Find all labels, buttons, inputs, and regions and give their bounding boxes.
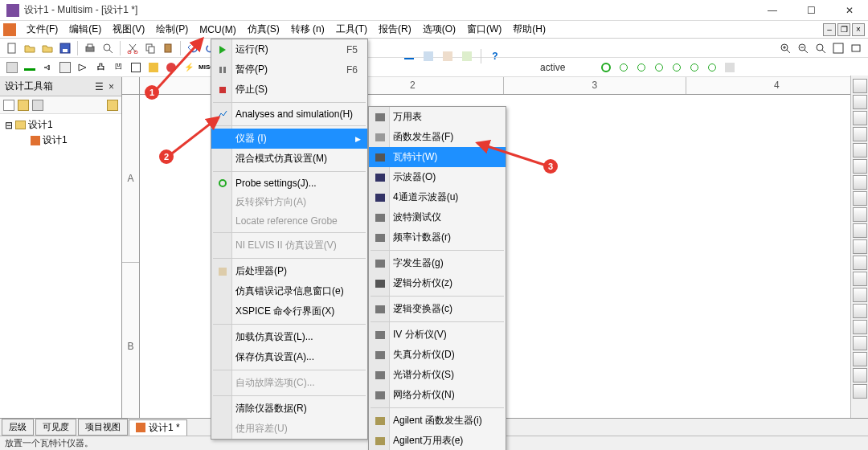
probe6[interactable] (704, 59, 720, 76)
tree-child[interactable]: 设计1 (3, 133, 118, 148)
mdi-minimize-button[interactable]: – (823, 23, 836, 36)
probe5[interactable] (686, 59, 702, 76)
minimize-button[interactable]: — (760, 5, 784, 16)
instr-bode[interactable] (853, 159, 867, 174)
comp-power[interactable]: ⚡ (181, 59, 197, 76)
misc-icon2[interactable] (440, 48, 456, 64)
menu-transfer[interactable]: 转移 (n) (285, 21, 330, 38)
zoom-full-button[interactable] (848, 40, 864, 56)
menu-mixed-mode[interactable]: 混合模式仿真设置(M) (211, 149, 367, 169)
instr-network[interactable] (853, 288, 867, 302)
instr-item-agilent-mm[interactable]: Agilent万用表(e) (369, 431, 506, 450)
save-button[interactable] (57, 40, 73, 56)
menu-stop[interactable]: 停止(S) (211, 80, 367, 100)
menu-errorlog[interactable]: 仿真错误记录信息窗口(e) (211, 281, 367, 301)
mdi-close-button[interactable]: × (852, 23, 865, 36)
instr-iv[interactable] (853, 239, 867, 254)
instr-logicconv[interactable] (853, 223, 867, 238)
probe-tool[interactable] (598, 59, 614, 76)
comp-basic[interactable] (22, 59, 38, 76)
instr-agilent-osc[interactable] (853, 336, 867, 350)
cut-button[interactable] (125, 40, 141, 56)
maximize-button[interactable]: ☐ (799, 5, 823, 16)
panel-tb-open[interactable] (18, 100, 29, 111)
menu-edit[interactable]: 编辑(E) (63, 21, 107, 38)
comp-mixed[interactable] (145, 59, 162, 76)
instr-4chscope[interactable] (853, 143, 867, 158)
zoom-in-button[interactable] (777, 40, 793, 56)
menu-place[interactable]: 绘制(P) (150, 21, 194, 38)
instr-agilent-fg[interactable] (853, 304, 867, 318)
menu-postprocessor[interactable]: 后处理器(P) (211, 261, 367, 281)
comp-cmos[interactable]: 凹 (110, 59, 126, 76)
menu-load-sim[interactable]: 加载仿真设置(L)... (211, 327, 367, 347)
probe2[interactable] (633, 59, 649, 76)
probe4[interactable] (669, 59, 685, 76)
paste-button[interactable] (160, 40, 176, 56)
menu-clear-instruments[interactable]: 清除仪器数据(R) (211, 399, 367, 419)
menu-view[interactable]: 视图(V) (107, 21, 150, 38)
instr-item-iv[interactable]: IV 分析仪(V) (369, 325, 506, 345)
menu-mcu[interactable]: MCU(M) (194, 22, 241, 37)
instr-funcgen[interactable] (853, 95, 867, 109)
instr-item-network[interactable]: 网络分析仪(N) (369, 385, 506, 405)
zoom-fit-button[interactable] (830, 40, 846, 56)
instr-item-wattmeter[interactable]: 瓦特计(W) (369, 147, 506, 167)
panel-tb-new[interactable] (3, 100, 14, 111)
tab-hierarchy[interactable]: 层级 (2, 419, 34, 436)
instr-wattmeter[interactable] (853, 111, 867, 125)
menu-reports[interactable]: 报告(R) (373, 21, 417, 38)
comp-indicator[interactable] (163, 59, 179, 76)
menu-xspice[interactable]: XSPICE 命令行界面(X) (211, 301, 367, 321)
menu-instruments[interactable]: 仪器 (I)▶ (211, 129, 367, 149)
instr-item-distortion[interactable]: 失真分析仪(D) (369, 345, 506, 365)
instr-item-bode[interactable]: 波特测试仪 (369, 207, 506, 227)
comp-source[interactable] (4, 59, 20, 76)
probe3[interactable] (651, 59, 667, 76)
misc-icon1[interactable] (420, 48, 436, 64)
zoom-area-button[interactable] (813, 40, 829, 56)
panel-tb-save[interactable] (32, 100, 43, 111)
instr-scope[interactable] (853, 127, 867, 141)
tab-visibility[interactable]: 可见度 (35, 419, 76, 436)
undo-button[interactable] (185, 40, 201, 56)
instr-item-4channel[interactable]: 4通道示波器(u) (369, 187, 506, 207)
open-button[interactable] (22, 40, 38, 56)
probe1[interactable] (616, 59, 632, 76)
tree-root[interactable]: ⊟ 设计1 (3, 117, 118, 133)
menu-tools[interactable]: 工具(T) (330, 21, 373, 38)
instr-tektronix[interactable] (853, 368, 867, 382)
panel-tb-refresh[interactable] (107, 100, 118, 111)
instr-item-freqcounter[interactable]: 频率计数器(r) (369, 227, 506, 248)
instr-item-multimeter[interactable]: 万用表 (369, 107, 506, 127)
mdi-restore-button[interactable]: ❐ (837, 23, 850, 36)
instr-agilent-mm[interactable] (853, 320, 867, 334)
instr-item-oscilloscope[interactable]: 示波器(O) (369, 167, 506, 187)
panel-pin-icon[interactable]: ☰ (92, 81, 106, 92)
instr-currentprobe[interactable] (853, 384, 867, 399)
instr-item-logicanalyzer[interactable]: 逻辑分析仪(z) (369, 273, 506, 293)
menu-file[interactable]: 文件(F) (21, 21, 63, 38)
menu-options[interactable]: 选项(O) (417, 21, 461, 38)
instr-multimeter[interactable] (853, 79, 867, 93)
instr-item-funcgen[interactable]: 函数发生器(F) (369, 127, 506, 147)
close-button[interactable]: ✕ (837, 5, 862, 16)
menu-help[interactable]: 帮助(H) (507, 21, 551, 38)
instr-item-agilent-fg[interactable]: Agilent 函数发生器(i) (369, 411, 506, 431)
print-button[interactable] (82, 40, 98, 56)
bus-icon[interactable] (401, 48, 417, 64)
menu-run[interactable]: 运行(R)F5 (211, 39, 367, 59)
comp-misc-digital[interactable] (128, 59, 144, 76)
panel-close-icon[interactable]: × (106, 81, 117, 92)
instr-item-logicconv[interactable]: 逻辑变换器(c) (369, 299, 506, 319)
menu-probe-settings[interactable]: Probe settings(J)... (211, 174, 367, 192)
copy-button[interactable] (142, 40, 158, 56)
tab-projectview[interactable]: 项目视图 (78, 419, 128, 436)
menu-window[interactable]: 窗口(W) (461, 21, 507, 38)
menu-simulate[interactable]: 仿真(S) (242, 21, 285, 38)
instr-logicanalyzer[interactable] (853, 207, 867, 222)
zoom-out-button[interactable] (795, 40, 811, 56)
instr-spectrum[interactable] (853, 272, 867, 286)
instr-wordgen[interactable] (853, 191, 867, 206)
instr-item-wordgen[interactable]: 字发生器(g) (369, 253, 506, 273)
